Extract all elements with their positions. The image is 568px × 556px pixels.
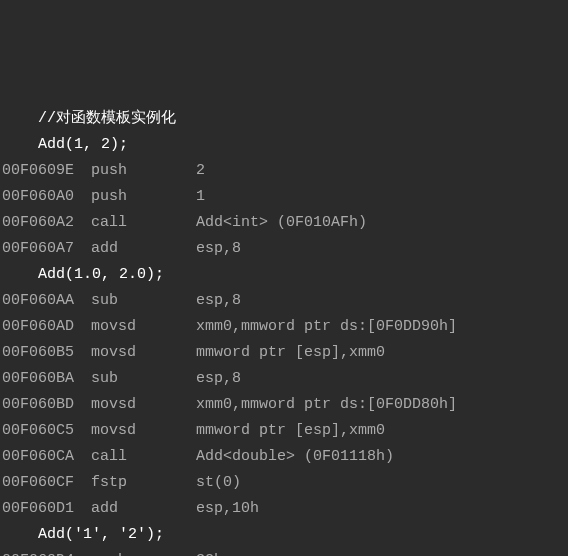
mnemonic: push [77, 548, 196, 556]
asm-line[interactable]: 00F060AAsubesp,8 [0, 288, 568, 314]
operands: 1 [196, 188, 205, 205]
source-text: Add(1.0, 2.0); [2, 266, 164, 283]
mnemonic: movsd [77, 418, 196, 444]
asm-line[interactable]: 00F060A2callAdd<int> (0F010AFh) [0, 210, 568, 236]
mnemonic: call [77, 210, 196, 236]
operands: mmword ptr [esp],xmm0 [196, 344, 385, 361]
mnemonic: movsd [77, 340, 196, 366]
operands: st(0) [196, 474, 241, 491]
address: 00F060A2 [2, 210, 77, 236]
address: 00F060BD [2, 392, 77, 418]
source-text: Add(1, 2); [2, 136, 128, 153]
source-line[interactable]: Add('1', '2'); [0, 522, 568, 548]
asm-line[interactable]: 00F060A0push1 [0, 184, 568, 210]
operands: esp,8 [196, 370, 241, 387]
asm-line[interactable]: 00F060D4push32h [0, 548, 568, 556]
asm-line[interactable]: 00F060CAcallAdd<double> (0F01118h) [0, 444, 568, 470]
operands: esp,8 [196, 240, 241, 257]
asm-line[interactable]: 00F060C5movsdmmword ptr [esp],xmm0 [0, 418, 568, 444]
operands: mmword ptr [esp],xmm0 [196, 422, 385, 439]
address: 00F060AA [2, 288, 77, 314]
address: 00F060D1 [2, 496, 77, 522]
disassembly-view[interactable]: //对函数模板实例化Add(1, 2);00F0609Epush200F060A… [0, 104, 568, 556]
address: 00F0609E [2, 158, 77, 184]
mnemonic: add [77, 496, 196, 522]
mnemonic: push [77, 184, 196, 210]
operands: esp,10h [196, 500, 259, 517]
mnemonic: sub [77, 366, 196, 392]
address: 00F060C5 [2, 418, 77, 444]
address: 00F060AD [2, 314, 77, 340]
address: 00F060CA [2, 444, 77, 470]
mnemonic: add [77, 236, 196, 262]
mnemonic: sub [77, 288, 196, 314]
address: 00F060B5 [2, 340, 77, 366]
asm-line[interactable]: 00F060BAsubesp,8 [0, 366, 568, 392]
operands: 2 [196, 162, 205, 179]
mnemonic: push [77, 158, 196, 184]
operands: Add<int> (0F010AFh) [196, 214, 367, 231]
asm-line[interactable]: 00F060D1addesp,10h [0, 496, 568, 522]
operands: Add<double> (0F01118h) [196, 448, 394, 465]
source-line[interactable]: Add(1, 2); [0, 132, 568, 158]
asm-line[interactable]: 00F060A7addesp,8 [0, 236, 568, 262]
address: 00F060CF [2, 470, 77, 496]
mnemonic: movsd [77, 392, 196, 418]
source-line[interactable]: Add(1.0, 2.0); [0, 262, 568, 288]
address: 00F060D4 [2, 548, 77, 556]
asm-line[interactable]: 00F0609Epush2 [0, 158, 568, 184]
mnemonic: movsd [77, 314, 196, 340]
operands: xmm0,mmword ptr ds:[0F0DD90h] [196, 318, 457, 335]
operands: xmm0,mmword ptr ds:[0F0DD80h] [196, 396, 457, 413]
asm-line[interactable]: 00F060BDmovsdxmm0,mmword ptr ds:[0F0DD80… [0, 392, 568, 418]
mnemonic: call [77, 444, 196, 470]
asm-line[interactable]: 00F060B5movsdmmword ptr [esp],xmm0 [0, 340, 568, 366]
source-text: Add('1', '2'); [2, 526, 164, 543]
source-line[interactable]: //对函数模板实例化 [0, 106, 568, 132]
asm-line[interactable]: 00F060ADmovsdxmm0,mmword ptr ds:[0F0DD90… [0, 314, 568, 340]
mnemonic: fstp [77, 470, 196, 496]
operands: 32h [196, 552, 223, 556]
address: 00F060BA [2, 366, 77, 392]
address: 00F060A0 [2, 184, 77, 210]
operands: esp,8 [196, 292, 241, 309]
source-text: //对函数模板实例化 [2, 110, 176, 127]
address: 00F060A7 [2, 236, 77, 262]
asm-line[interactable]: 00F060CFfstpst(0) [0, 470, 568, 496]
